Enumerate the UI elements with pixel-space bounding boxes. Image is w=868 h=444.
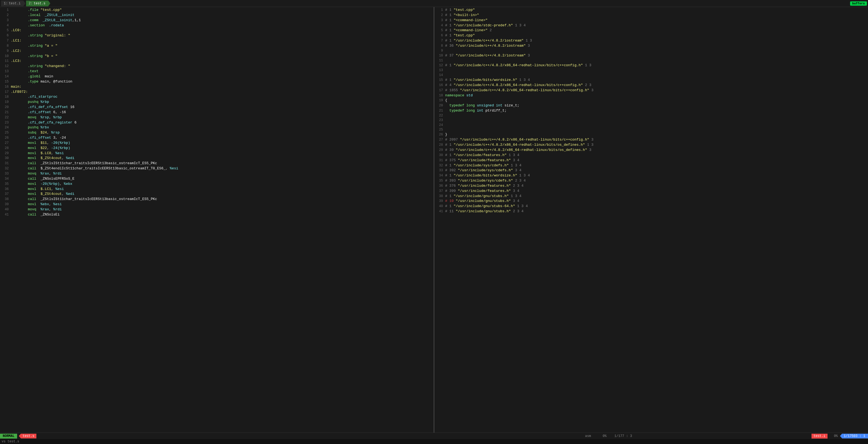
line-content: movq %rsp, %rbp — [11, 115, 433, 120]
table-row: 7.LC1: — [0, 38, 434, 43]
line-number: 5 — [1, 28, 9, 33]
line-content: call _ZStlsISt11char_traitsIcEERSt13basi… — [11, 197, 433, 202]
table-row: 18namespace std — [434, 93, 868, 98]
table-row: 14 .globl main — [0, 74, 434, 79]
table-row: 38# 1 "/usr/include/gnu/stubs.h" 1 3 4 — [434, 194, 868, 199]
line-content: # 1 "/usr/include/bits/wordsize.h" 1 3 4 — [445, 78, 867, 83]
line-content: .cfi_offset 6, -16 — [11, 110, 433, 115]
table-row: 32# 1 "/usr/include/sys/cdefs.h" 1 3 4 — [434, 163, 868, 168]
table-row: 1# 1 "test.cpp" — [434, 8, 868, 13]
line-number: 7 — [1, 38, 9, 43]
line-number: 36 — [435, 184, 443, 189]
line-content: typedef long unsigned int size_t; — [445, 103, 867, 108]
table-row: 12# 1 "/usr/include/c++/4.8.2/x86_64-red… — [434, 63, 868, 68]
line-number: 5 — [435, 28, 443, 33]
line-number: 2 — [435, 13, 443, 18]
line-number: 27 — [1, 141, 9, 145]
line-number: 7 — [435, 38, 443, 43]
line-number: 3 — [435, 18, 443, 23]
line-content: # 1855 "/usr/include/c++/4.8.2/x86_64-re… — [445, 88, 867, 93]
line-number: 23 — [435, 118, 443, 123]
line-number: 18 — [435, 93, 443, 98]
line-content: movq %rax, %rdi — [11, 171, 433, 176]
tab-test-s[interactable]: 2: test.s — [26, 1, 51, 6]
line-content: } — [445, 132, 867, 137]
line-number: 35 — [1, 182, 9, 186]
line-content: # 4 "/usr/include/c++/4.8.2/x86_64-redha… — [445, 83, 867, 88]
tab-label-1: test.i — [9, 2, 20, 5]
table-row: 27 movl $11, -20(%rbp) — [0, 141, 434, 146]
line-number: 15 — [1, 79, 9, 84]
line-number: 12 — [1, 64, 9, 69]
right-filename-badge: test.i — [811, 434, 828, 439]
line-content: .LC2: — [11, 48, 433, 54]
line-number: 21 — [1, 110, 9, 115]
line-content: pushq %rbx — [11, 125, 433, 130]
line-number: 18 — [1, 95, 9, 99]
left-code-area[interactable]: 1 .file "test.cpp"2 .local _ZStL8__ioini… — [0, 7, 434, 433]
table-row: 6 .string "original: " — [0, 33, 434, 38]
editor-container: 1 .file "test.cpp"2 .local _ZStL8__ioini… — [0, 7, 868, 433]
line-number: 20 — [1, 105, 9, 110]
command-text: vs test.s — [2, 440, 19, 443]
line-number: 13 — [435, 68, 443, 73]
table-row: 23 .cfi_def_cfa_register 6 — [0, 120, 434, 125]
line-number: 12 — [435, 63, 443, 68]
line-number: 33 — [1, 172, 9, 176]
line-content: # 1 "/usr/include/gnu/stubs-64.h" 1 3 4 — [445, 204, 867, 209]
line-number: 26 — [435, 132, 443, 137]
table-row: 17# 1855 "/usr/include/c++/4.8.2/x86_64-… — [434, 88, 868, 93]
table-row: 15 .type main, @function — [0, 79, 434, 84]
table-row: 5# 1 "<command-line>" 2 — [434, 28, 868, 33]
line-content: # 37 "/usr/include/c++/4.8.2/iostream" 3 — [445, 53, 867, 58]
line-content: call _ZNSolsEi — [11, 212, 433, 217]
line-content: # 1 "/usr/include/c++/4.8.2/x86_64-redha… — [445, 63, 867, 68]
line-number: 23 — [1, 121, 9, 125]
line-number: 39 — [435, 199, 443, 204]
line-content: .LC1: — [11, 38, 433, 43]
table-row: 23 — [434, 118, 868, 123]
line-number: 6 — [1, 33, 9, 38]
line-content: call $_ZSt4endlIcSt11char_traitsIcEERSt1… — [11, 166, 433, 171]
line-number: 37 — [1, 192, 9, 197]
table-row: 40 movq %rax, %rdi — [0, 207, 434, 212]
line-content: .section .rodata — [11, 23, 433, 28]
line-content: # 1 "/usr/include/c++/4.8.2/x86_64-redha… — [445, 142, 867, 148]
line-number: 26 — [1, 136, 9, 140]
line-content: movl $_ZSt4cout, %edi — [11, 156, 433, 161]
line-content: # 1 "<command-line>" — [445, 18, 867, 23]
table-row: 37# 399 "/usr/include/features.h" 3 4 — [434, 189, 868, 194]
right-code-area[interactable]: 1# 1 "test.cpp"2# 1 "<built-in>"3# 1 "<c… — [434, 7, 868, 433]
line-number: 20 — [435, 103, 443, 108]
left-pane: 1 .file "test.cpp"2 .local _ZStL8__ioini… — [0, 7, 434, 433]
line-content: movl -20(%rbp), %ebx — [11, 181, 433, 187]
line-number: 13 — [1, 69, 9, 74]
table-row: 9 — [434, 48, 868, 53]
line-content: .file "test.cpp" — [11, 8, 433, 13]
line-number: 35 — [435, 179, 443, 183]
line-content: # 1 "<command-line>" 2 — [445, 28, 867, 33]
line-content: subq $24, %rsp — [11, 130, 433, 135]
line-number: 8 — [1, 44, 9, 48]
line-content: # 1 "/usr/include/bits/wordsize.h" 1 3 4 — [445, 173, 867, 178]
line-number: 39 — [1, 202, 9, 207]
table-row: 25 subq $24, %rsp — [0, 130, 434, 135]
line-number: 28 — [435, 143, 443, 147]
status-right: test.i 0% 1/17503 : 1 — [811, 434, 868, 439]
buffers-button[interactable]: buffers — [850, 1, 867, 6]
line-content: movq %rax, %rdi — [11, 207, 433, 212]
left-filename-badge: test.s — [19, 434, 36, 439]
table-row: 1 .file "test.cpp" — [0, 8, 434, 13]
table-row: 18 .cfi_startproc — [0, 95, 434, 100]
line-number: 21 — [435, 108, 443, 113]
line-content: # 1 "/usr/include/features.h" 1 3 4 — [445, 153, 867, 158]
table-row: 13 .text — [0, 69, 434, 74]
line-number: 40 — [1, 207, 9, 212]
table-row: 17.LFB972: — [0, 90, 434, 95]
table-row: 11.LC3: — [0, 59, 434, 64]
table-row: 14 — [434, 73, 868, 78]
line-number: 24 — [435, 123, 443, 128]
line-number: 34 — [1, 177, 9, 181]
line-content: # 2097 "/usr/include/c++/4.8.2/x86_64-re… — [445, 137, 867, 142]
tab-test-i[interactable]: 1: test.i — [1, 1, 26, 6]
